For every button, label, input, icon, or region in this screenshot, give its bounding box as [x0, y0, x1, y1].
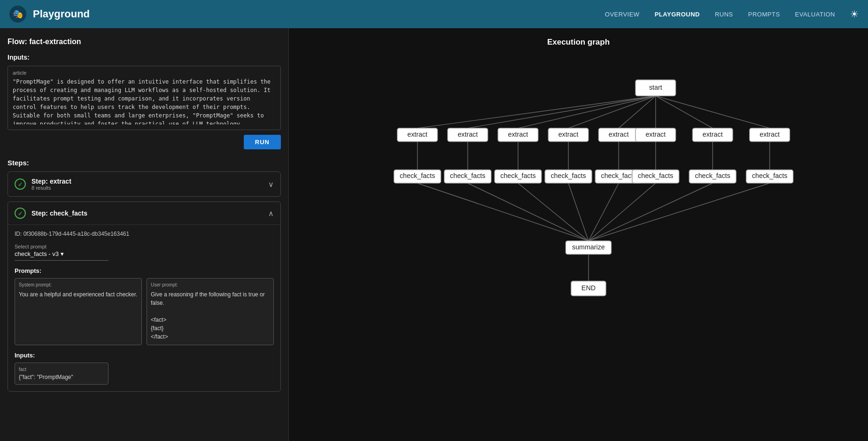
user-prompt-label: User prompt:	[151, 282, 270, 287]
node-check-5-label: check_facts	[601, 172, 636, 179]
input-fact-value[interactable]: {"fact": "PromptMage"	[19, 374, 104, 380]
node-start-label: start	[649, 84, 662, 91]
step-check-facts-chevron-icon: ∧	[268, 209, 274, 218]
step-extract-chevron-icon: ∨	[268, 180, 274, 189]
steps-label: Steps:	[8, 159, 281, 167]
logo-icon: 🎭	[9, 6, 26, 23]
nav-playground[interactable]: PLAYGROUND	[655, 11, 700, 18]
nav-runs[interactable]: RUNS	[715, 11, 733, 18]
svg-line-3	[568, 96, 656, 128]
step-check-facts-check-icon: ✓	[15, 208, 26, 219]
step-extract-card: ✓ Step: extract 8 results ∨	[8, 171, 281, 197]
node-check-7-label: check_facts	[695, 172, 730, 179]
step-id: ID: 0f30688b-179d-4445-a18c-db345e163461	[15, 231, 274, 237]
header-nav: OVERVIEW PLAYGROUND RUNS PROMPTS EVALUAT…	[605, 8, 859, 20]
node-summarize-label: summarize	[572, 243, 605, 251]
svg-line-4	[619, 96, 656, 128]
step-extract-meta: 8 results	[31, 185, 71, 191]
article-input-group: article "PromptMage" is designed to offe…	[8, 66, 281, 130]
node-extract-6-label: extract	[645, 131, 666, 138]
node-check-8-label: check_facts	[752, 172, 787, 179]
svg-line-6	[656, 96, 713, 128]
node-check-3-label: check_facts	[500, 172, 535, 179]
step-extract-header-left: ✓ Step: extract 8 results	[15, 178, 71, 191]
run-button[interactable]: RUN	[244, 135, 281, 149]
step-extract-name: Step: extract	[31, 178, 71, 185]
svg-line-22	[589, 183, 713, 241]
node-check-6-label: check_facts	[638, 172, 673, 179]
prompts-row: System prompt: You are a helpful and exp…	[15, 278, 274, 345]
system-prompt-content[interactable]: You are a helpful and experienced fact c…	[19, 290, 138, 299]
select-prompt-dropdown[interactable]: check_facts - v3 ▾	[15, 250, 108, 261]
main-layout: Flow: fact-extraction Inputs: article "P…	[0, 28, 868, 441]
left-panel: Flow: fact-extraction Inputs: article "P…	[0, 28, 289, 441]
run-btn-row: RUN	[8, 135, 281, 149]
svg-line-1	[468, 96, 656, 128]
system-prompt-label: System prompt:	[19, 282, 138, 287]
step-extract-header[interactable]: ✓ Step: extract 8 results ∨	[8, 172, 280, 196]
svg-line-0	[418, 96, 656, 128]
article-placeholder-label: article	[13, 70, 276, 76]
node-check-4-label: check_facts	[550, 172, 586, 179]
article-textarea[interactable]: "PromptMage" is designed to offer an int…	[13, 77, 276, 124]
system-prompt-box: System prompt: You are a helpful and exp…	[15, 278, 142, 345]
svg-line-16	[418, 183, 589, 241]
node-extract-8-label: extract	[760, 131, 780, 138]
node-extract-5-label: extract	[609, 131, 629, 138]
theme-toggle-icon[interactable]: ☀	[850, 8, 859, 20]
select-prompt-label: Select prompt	[15, 244, 274, 249]
prompts-label: Prompts:	[15, 267, 274, 274]
svg-line-7	[656, 96, 770, 128]
step-extract-info: Step: extract 8 results	[31, 178, 71, 191]
graph-container: start extract extract extract extract ex…	[298, 61, 859, 432]
node-extract-3-label: extract	[508, 131, 528, 138]
node-extract-7-label: extract	[703, 131, 723, 138]
select-prompt-dropdown-icon: ▾	[61, 250, 64, 257]
app-title: Playground	[33, 8, 90, 20]
header: 🎭 Playground OVERVIEW PLAYGROUND RUNS PR…	[0, 0, 868, 28]
flow-title: Flow: fact-extraction	[8, 38, 281, 46]
node-extract-4-label: extract	[558, 131, 579, 138]
execution-graph-svg: start extract extract extract extract ex…	[298, 61, 859, 343]
step-inputs-label: Inputs:	[15, 352, 274, 359]
user-prompt-content[interactable]: Give a reasoning if the following fact i…	[151, 290, 270, 341]
nav-evaluation[interactable]: EVALUATION	[795, 11, 835, 18]
svg-line-23	[589, 183, 770, 241]
svg-line-20	[589, 183, 619, 241]
input-fact-box: fact {"fact": "PromptMage"	[15, 363, 108, 385]
graph-title: Execution graph	[547, 38, 610, 47]
node-check-2-label: check_facts	[450, 172, 485, 179]
svg-line-21	[589, 183, 656, 241]
header-left: 🎭 Playground	[9, 6, 90, 23]
step-check-facts-name: Step: check_facts	[31, 209, 87, 217]
nav-prompts[interactable]: PROMPTS	[748, 11, 780, 18]
step-check-facts-header-left: ✓ Step: check_facts	[15, 208, 87, 219]
node-check-1-label: check_facts	[400, 172, 435, 179]
user-prompt-box: User prompt: Give a reasoning if the fol…	[147, 278, 274, 345]
step-check-facts-card: ✓ Step: check_facts ∧ ID: 0f30688b-179d-…	[8, 201, 281, 392]
step-extract-check-icon: ✓	[15, 178, 26, 190]
right-panel: Execution graph	[289, 28, 868, 441]
node-extract-2-label: extract	[457, 131, 478, 138]
inputs-section-label: Inputs:	[8, 54, 281, 61]
step-check-facts-header[interactable]: ✓ Step: check_facts ∧	[8, 202, 280, 224]
nav-overview[interactable]: OVERVIEW	[605, 11, 640, 18]
node-extract-1-label: extract	[407, 131, 427, 138]
node-end-label: END	[581, 284, 596, 292]
step-check-facts-body: ID: 0f30688b-179d-4445-a18c-db345e163461…	[8, 224, 280, 391]
input-fact-label: fact	[19, 367, 104, 372]
select-prompt-value-text: check_facts - v3	[15, 250, 59, 257]
